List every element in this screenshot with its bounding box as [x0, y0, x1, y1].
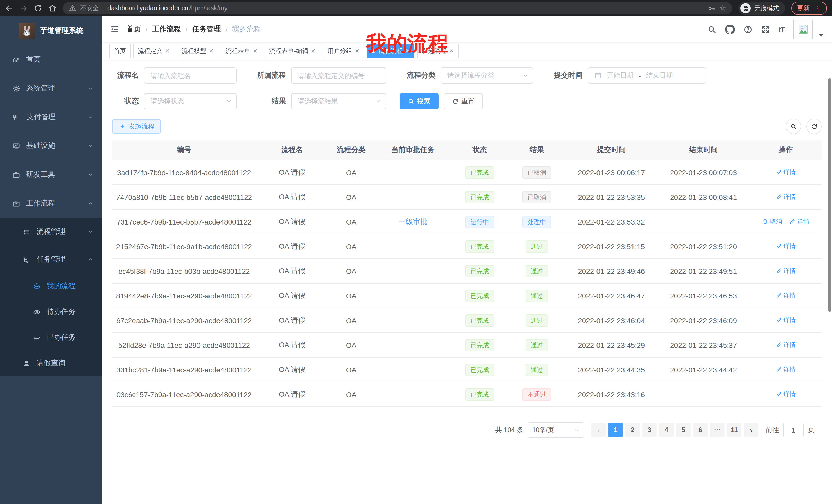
- tag-process-form-edit[interactable]: 流程表单-编辑✕: [265, 44, 320, 58]
- page-number-button[interactable]: ···: [710, 423, 725, 437]
- sidebar-item-leave-query[interactable]: 请假查询: [0, 351, 102, 376]
- detail-link[interactable]: 详情: [789, 217, 809, 226]
- sidebar-item-todo-tasks[interactable]: 待办任务: [0, 299, 102, 325]
- cell-id: 67c2eaab-7b9a-11ec-a290-acde48001122: [112, 308, 256, 333]
- start-process-button[interactable]: ＋发起流程: [112, 119, 161, 134]
- sidebar-item-process-mgmt[interactable]: 流程管理: [0, 218, 102, 246]
- total-count: 共 104 条: [495, 425, 523, 435]
- sidebar-item-infra[interactable]: 基础设施: [0, 132, 102, 160]
- sidebar-item-system[interactable]: 系统管理: [0, 74, 102, 103]
- close-icon[interactable]: ✕: [209, 48, 213, 54]
- result-badge: 通过: [525, 289, 548, 302]
- font-size-icon[interactable]: tT: [779, 25, 785, 34]
- sidebar-item-my-process[interactable]: 我的流程: [0, 273, 102, 299]
- process-name-input[interactable]: [144, 67, 237, 84]
- status-badge: 已完成: [465, 265, 494, 277]
- detail-link[interactable]: 详情: [776, 291, 796, 300]
- avatar[interactable]: [794, 20, 813, 39]
- password-key-icon[interactable]: [707, 4, 715, 12]
- process-definition-input[interactable]: [291, 67, 386, 84]
- detail-link[interactable]: 详情: [776, 365, 796, 374]
- tag-process-definition[interactable]: 流程定义✕: [133, 44, 174, 58]
- kebab-menu-icon[interactable]: ⋮: [814, 4, 821, 12]
- detail-link[interactable]: 详情: [776, 390, 796, 399]
- page-number-button[interactable]: 1: [608, 423, 623, 437]
- sidebar-item-done-tasks[interactable]: 已办任务: [0, 325, 102, 351]
- hamburger-icon[interactable]: [110, 25, 119, 34]
- detail-link[interactable]: 详情: [776, 267, 796, 275]
- page-number-button[interactable]: 3: [642, 423, 657, 437]
- prev-page-button[interactable]: ‹: [591, 423, 606, 437]
- detail-link[interactable]: 详情: [776, 193, 796, 201]
- sidebar-item-pay[interactable]: ¥ 支付管理: [0, 103, 102, 132]
- browser-back-icon[interactable]: [5, 4, 14, 12]
- browser-update-menu[interactable]: 更新 ⋮: [791, 2, 827, 15]
- result-select[interactable]: 请选择流结果: [291, 93, 386, 109]
- cancel-link[interactable]: 取消: [762, 217, 782, 226]
- tag-my-process[interactable]: 我的流程✕: [367, 44, 414, 58]
- detail-link[interactable]: 详情: [776, 242, 796, 251]
- result-badge: 通过: [525, 265, 548, 277]
- sidebar-item-home[interactable]: 首页: [0, 45, 102, 74]
- github-icon[interactable]: [725, 24, 735, 34]
- close-icon[interactable]: ✕: [355, 48, 359, 54]
- cell-submit-time: 2022-01-22 23:53:32: [566, 209, 657, 234]
- edit-icon: [776, 317, 782, 324]
- tag-start-process[interactable]: 发起流程✕: [417, 44, 459, 58]
- address-bar[interactable]: 不安全 dashboard.yudao.iocoder.cn/bpm/task/…: [63, 2, 732, 15]
- broken-image-icon: [798, 24, 809, 35]
- tag-home[interactable]: 首页: [109, 44, 131, 58]
- sidebar-item-devtools[interactable]: 研发工具: [0, 160, 102, 189]
- cell-name: OA 请假: [256, 185, 328, 209]
- category-select[interactable]: 请选择流程分类: [441, 67, 533, 84]
- sidebar-item-task-mgmt[interactable]: 任务管理: [0, 246, 102, 273]
- status-badge: 进行中: [465, 216, 494, 228]
- page-number-button[interactable]: 4: [659, 423, 674, 437]
- tag-user-group[interactable]: 用户分组✕: [323, 44, 364, 58]
- browser-home-icon[interactable]: [48, 4, 57, 12]
- cell-category: OA: [328, 234, 374, 259]
- browser-forward-icon[interactable]: [20, 4, 28, 12]
- page-number-button[interactable]: 6: [693, 423, 707, 437]
- search-button[interactable]: 搜索: [399, 93, 439, 109]
- next-page-button[interactable]: ›: [744, 423, 758, 437]
- browser-reload-icon[interactable]: [34, 4, 42, 12]
- calendar-icon: [594, 72, 602, 79]
- page-size-select[interactable]: 10条/页: [527, 422, 584, 438]
- table-row: 52ffd28e-7b9a-11ec-a290-acde48001122 OA …: [112, 333, 822, 357]
- breadcrumb-home[interactable]: 首页: [127, 25, 141, 34]
- status-select[interactable]: 请选择状态: [144, 93, 237, 109]
- page-number-button[interactable]: 5: [676, 423, 691, 437]
- close-icon[interactable]: ✕: [405, 48, 410, 54]
- browser-toolbar: 不安全 dashboard.yudao.iocoder.cn/bpm/task/…: [0, 0, 832, 17]
- submit-time-range-picker[interactable]: 开始日期 - 结束日期: [588, 67, 706, 84]
- fullscreen-icon[interactable]: [761, 25, 770, 34]
- close-icon[interactable]: ✕: [311, 48, 315, 54]
- scrollbar-thumb[interactable]: [828, 78, 831, 312]
- reset-button[interactable]: 重置: [444, 93, 483, 109]
- show-search-toggle-button[interactable]: [786, 119, 801, 134]
- detail-link[interactable]: 详情: [776, 316, 796, 325]
- search-icon[interactable]: [707, 25, 716, 34]
- detail-link[interactable]: 详情: [776, 168, 796, 177]
- close-icon[interactable]: ✕: [253, 48, 257, 54]
- detail-link[interactable]: 详情: [776, 341, 796, 349]
- page-number-button[interactable]: 11: [727, 423, 742, 437]
- eye-icon: [33, 308, 41, 316]
- col-end-time: 结束时间: [657, 140, 750, 160]
- incognito-label: 无痕模式: [754, 4, 779, 12]
- breadcrumb-workflow[interactable]: 工作流程: [152, 25, 181, 34]
- close-icon[interactable]: ✕: [165, 48, 170, 54]
- current-task-link[interactable]: 一级审批: [398, 217, 427, 225]
- close-icon[interactable]: ✕: [449, 48, 454, 54]
- goto-page-input[interactable]: [783, 423, 804, 437]
- sidebar-item-workflow[interactable]: 工作流程: [0, 189, 102, 218]
- tag-process-model[interactable]: 流程模型✕: [177, 44, 218, 58]
- avatar-caret-icon[interactable]: [818, 34, 824, 37]
- bookmark-star-icon[interactable]: ☆: [719, 4, 726, 13]
- tag-process-form[interactable]: 流程表单✕: [221, 44, 262, 58]
- refresh-table-button[interactable]: [806, 119, 822, 134]
- help-icon[interactable]: [744, 25, 752, 34]
- page-number-button[interactable]: 2: [625, 423, 640, 437]
- breadcrumb-task-mgmt[interactable]: 任务管理: [192, 25, 221, 34]
